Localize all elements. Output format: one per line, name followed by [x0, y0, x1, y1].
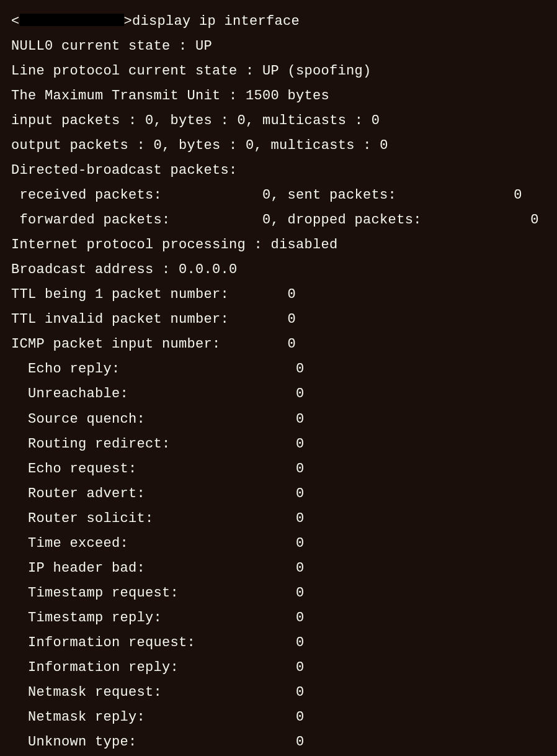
input-bytes-value: 0: [238, 113, 246, 128]
ip-processing-value: disabled: [271, 237, 338, 253]
source-quench-line: Source quench: 0: [11, 407, 546, 432]
dropped-packets-value: 0: [530, 212, 539, 228]
router-solicit-value: 0: [296, 511, 305, 526]
routing-redirect-value: 0: [296, 436, 305, 452]
icmp-input-line: ICMP packet input number: 0: [11, 332, 546, 357]
directed-broadcast-header: Directed-broadcast packets:: [11, 158, 546, 183]
unreachable-value: 0: [296, 386, 305, 402]
timestamp-reply-line: Timestamp reply: 0: [11, 606, 546, 631]
information-request-line: Information request: 0: [11, 631, 546, 655]
line-protocol-line: Line protocol current state : UP (spoofi…: [11, 59, 546, 84]
output-multicasts-value: 0: [380, 138, 388, 153]
router-solicit-line: Router solicit: 0: [11, 506, 546, 531]
information-request-value: 0: [296, 635, 305, 650]
timestamp-request-line: Timestamp request: 0: [11, 581, 546, 606]
hostname-redacted: [20, 14, 124, 26]
ttl-being-1-line: TTL being 1 packet number: 0: [11, 282, 546, 307]
ttl-invalid-value: 0: [288, 312, 296, 327]
mtu-value: 1500 bytes: [246, 88, 329, 104]
command-text: display ip interface: [132, 14, 300, 29]
sent-packets-value: 0: [514, 187, 522, 203]
ip-processing-line: Internet protocol processing : disabled: [11, 233, 546, 258]
echo-reply-line: Echo reply: 0: [11, 357, 546, 382]
netmask-reply-line: Netmask reply: 0: [11, 705, 546, 730]
received-sent-line: received packets: 0, sent packets: 0: [11, 183, 546, 208]
prompt-close: >: [124, 14, 133, 29]
information-reply-line: Information reply: 0: [11, 655, 546, 680]
ttl-invalid-line: TTL invalid packet number: 0: [11, 307, 546, 332]
routing-redirect-line: Routing redirect: 0: [11, 432, 546, 457]
time-exceed-line: Time exceed: 0: [11, 531, 546, 556]
input-packets-value: 0: [145, 113, 154, 128]
router-advert-value: 0: [296, 486, 305, 502]
prompt-line: <>display ip interface: [11, 9, 546, 34]
unreachable-line: Unreachable: 0: [11, 382, 546, 407]
echo-request-line: Echo request: 0: [11, 457, 546, 482]
forwarded-dropped-line: forwarded packets: 0, dropped packets: 0: [11, 208, 546, 233]
unknown-type-line: Unknown type: 0: [11, 730, 546, 755]
echo-request-value: 0: [296, 461, 305, 477]
output-packets-line: output packets : 0, bytes : 0, multicast…: [11, 133, 546, 158]
ttl-being-1-value: 0: [288, 287, 296, 302]
line-protocol-value: UP (spoofing): [262, 63, 372, 79]
timestamp-reply-value: 0: [296, 610, 305, 626]
ip-header-bad-line: IP header bad: 0: [11, 556, 546, 581]
input-packets-line: input packets : 0, bytes : 0, multicasts…: [11, 109, 546, 133]
source-quench-value: 0: [296, 412, 305, 427]
interface-state-line: NULL0 current state : UP: [11, 34, 546, 59]
netmask-request-value: 0: [296, 685, 305, 700]
netmask-request-line: Netmask request: 0: [11, 680, 546, 705]
forwarded-packets-value: 0: [262, 212, 271, 228]
prompt-open: <: [11, 14, 20, 29]
ip-header-bad-value: 0: [296, 560, 305, 576]
interface-name: NULL0: [11, 38, 53, 54]
broadcast-address-value: 0.0.0.0: [179, 262, 238, 277]
timestamp-request-value: 0: [296, 585, 305, 601]
received-packets-value: 0: [262, 187, 271, 203]
current-state-value: UP: [195, 38, 212, 54]
input-multicasts-value: 0: [372, 113, 380, 128]
echo-reply-value: 0: [296, 361, 305, 377]
time-exceed-value: 0: [296, 536, 305, 551]
unknown-type-value: 0: [296, 734, 305, 750]
output-bytes-value: 0: [246, 138, 254, 153]
output-packets-value: 0: [154, 138, 163, 153]
netmask-reply-value: 0: [296, 709, 305, 725]
broadcast-address-line: Broadcast address : 0.0.0.0: [11, 258, 546, 282]
information-reply-value: 0: [296, 660, 305, 675]
router-advert-line: Router advert: 0: [11, 482, 546, 506]
icmp-input-value: 0: [288, 336, 296, 352]
mtu-line: The Maximum Transmit Unit : 1500 bytes: [11, 84, 546, 109]
